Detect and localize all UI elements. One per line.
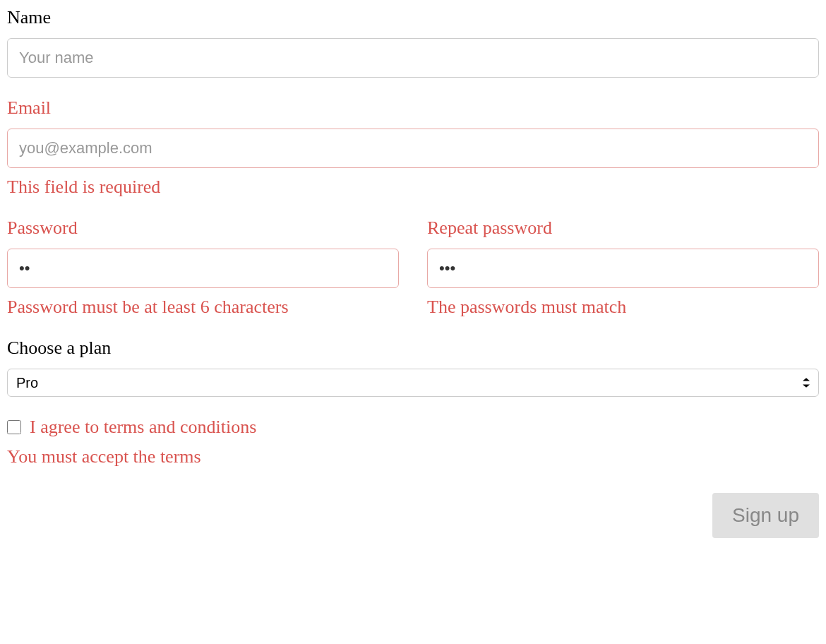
email-group: Email This field is required [7, 97, 819, 198]
email-input[interactable] [7, 129, 819, 168]
signup-button[interactable]: Sign up [712, 493, 819, 538]
terms-checkbox[interactable] [7, 420, 21, 434]
repeat-password-error: The passwords must match [427, 297, 819, 318]
plan-label: Choose a plan [7, 338, 819, 359]
terms-error: You must accept the terms [7, 446, 819, 467]
password-error: Password must be at least 6 characters [7, 297, 399, 318]
terms-label[interactable]: I agree to terms and conditions [30, 417, 256, 438]
password-label: Password [7, 217, 399, 239]
password-input[interactable] [7, 249, 399, 288]
name-label: Name [7, 7, 819, 28]
name-group: Name [7, 7, 819, 78]
repeat-password-group: Repeat password The passwords must match [427, 217, 819, 318]
terms-group: I agree to terms and conditions You must… [7, 417, 819, 467]
plan-group: Choose a plan Pro [7, 338, 819, 397]
email-error: This field is required [7, 177, 819, 198]
repeat-password-input[interactable] [427, 249, 819, 288]
signup-form: Name Email This field is required Passwo… [7, 7, 819, 538]
plan-select[interactable]: Pro [7, 369, 819, 397]
password-group: Password Password must be at least 6 cha… [7, 217, 399, 318]
email-label: Email [7, 97, 819, 119]
submit-row: Sign up [7, 493, 819, 538]
repeat-password-label: Repeat password [427, 217, 819, 239]
name-input[interactable] [7, 38, 819, 78]
